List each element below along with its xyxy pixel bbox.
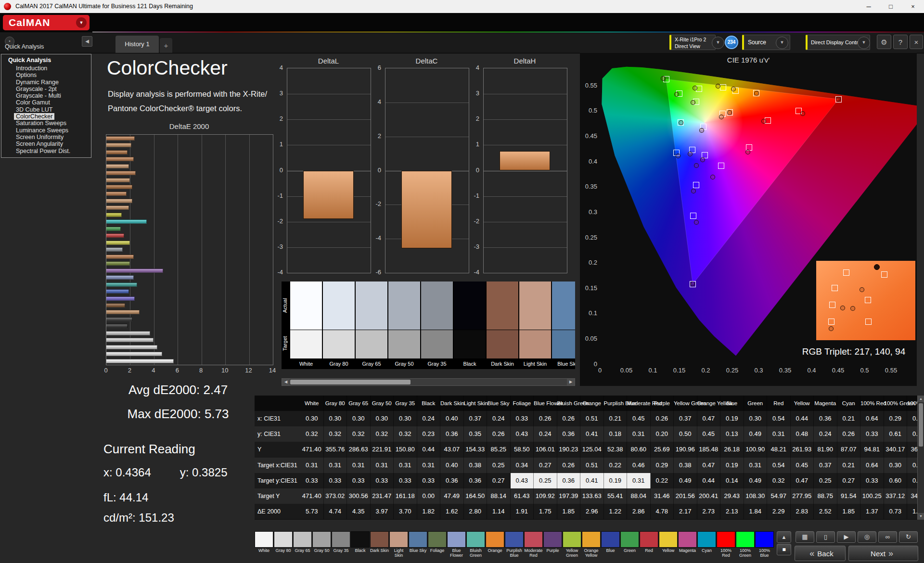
sidebar-item-luminance-sweeps[interactable]: Luminance Sweeps xyxy=(1,127,91,134)
delete-button[interactable]: ▯ xyxy=(816,531,835,543)
deltae-bar xyxy=(106,282,137,287)
swatch-target xyxy=(356,330,387,358)
cie-ytick-label: 0.3 xyxy=(581,208,597,216)
table-cell: 201.56 xyxy=(674,488,697,504)
table-scrollbar[interactable]: ▲ ▼ xyxy=(917,396,924,520)
table-cell: 161.18 xyxy=(394,488,417,504)
minimize-button[interactable]: ─ xyxy=(858,0,880,13)
patch-foliage[interactable]: Foliage xyxy=(428,531,447,561)
scroll-left-icon[interactable]: ◀ xyxy=(282,379,290,385)
table-scrollbar-thumb[interactable] xyxy=(919,403,923,447)
help-button[interactable]: ? xyxy=(893,35,908,49)
sidebar-item-saturation-sweeps[interactable]: Saturation Sweeps xyxy=(1,120,91,127)
reading-count-badge[interactable]: 234 xyxy=(725,36,738,49)
deltaH-gridline xyxy=(484,145,567,145)
settings-button[interactable]: ⚙ xyxy=(877,35,891,49)
sidebar-tree: IntroductionOptionsDynamic RangeGrayscal… xyxy=(1,65,91,154)
patch-dark-skin[interactable]: Dark Skin xyxy=(370,531,389,561)
patch-orange-yellow[interactable]: Orange Yellow xyxy=(582,531,601,561)
patch-yellow-green[interactable]: Yellow Green xyxy=(563,531,581,561)
deltae-bar-slot xyxy=(106,149,273,155)
sidebar-item-options[interactable]: Options xyxy=(1,72,91,78)
display-control-arrow-icon[interactable]: ▼ xyxy=(858,37,870,49)
patch-color xyxy=(332,531,350,548)
sidebar-item-dynamic-range[interactable]: Dynamic Range xyxy=(1,79,91,86)
meter-dropdown-arrow-icon[interactable]: ▼ xyxy=(712,37,724,49)
workspace-close-button[interactable]: × xyxy=(910,35,923,49)
patch-100-red[interactable]: 100% Red xyxy=(717,531,735,561)
table-cell: 0.32 xyxy=(300,426,324,442)
grid-view-button[interactable]: ▦ xyxy=(796,531,814,543)
patch-purple[interactable]: Purple xyxy=(543,531,562,561)
cie-inset-zoom xyxy=(816,261,915,340)
patch-blue[interactable]: Blue xyxy=(601,531,620,561)
sidebar-item-color-gamut[interactable]: Color Gamut xyxy=(1,99,91,106)
meter-dropdown[interactable]: X-Rite i1Pro 2 Direct View xyxy=(669,35,716,50)
sidebar-item-grayscale-multi[interactable]: Grayscale - Multi xyxy=(1,92,91,99)
patch-light-skin[interactable]: Light Skin xyxy=(389,531,408,561)
play-button[interactable]: ▶ xyxy=(837,531,856,543)
patch-gray-35[interactable]: Gray 35 xyxy=(332,531,350,561)
scroll-right-icon[interactable]: ▶ xyxy=(567,379,575,385)
strip-scrollbar-thumb[interactable] xyxy=(290,380,411,384)
record-button[interactable]: ◎ xyxy=(858,531,876,543)
sidebar-item-3d-cube-lut[interactable]: 3D Cube LUT xyxy=(1,106,91,113)
sidebar-item-grayscale-2pt[interactable]: Grayscale - 2pt xyxy=(1,86,91,92)
table-cell: 133.63 xyxy=(580,488,604,504)
patch-bluish-green[interactable]: Bluish Green xyxy=(466,531,485,561)
sidebar-item-screen-uniformity[interactable]: Screen Uniformity xyxy=(1,134,91,141)
patch-100-blue[interactable]: 100% Blue xyxy=(755,531,774,561)
calman-logo-menu[interactable]: CalMAN ▼ xyxy=(3,15,90,30)
panel-expand-button[interactable]: ▲ xyxy=(777,531,791,543)
table-cell: 0.19 xyxy=(720,458,744,473)
patch-white[interactable]: White xyxy=(255,531,273,561)
tab-history-1[interactable]: History 1 xyxy=(116,36,159,53)
patch-gray-50[interactable]: Gray 50 xyxy=(312,531,331,561)
deltaL-ytick-label: 1 xyxy=(266,141,283,148)
patch-green[interactable]: Green xyxy=(620,531,639,561)
patch-cyan[interactable]: Cyan xyxy=(697,531,716,561)
cie-measured-marker xyxy=(800,111,805,116)
patch-yellow[interactable]: Yellow xyxy=(659,531,678,561)
table-cell: 0.45 xyxy=(697,426,721,442)
table-cell: 0.14 xyxy=(720,473,744,488)
patch-magenta[interactable]: Magenta xyxy=(678,531,697,561)
table-cell: 0.26 xyxy=(557,458,581,473)
patch-color xyxy=(255,531,273,548)
table-cell: 154.33 xyxy=(464,442,488,457)
patch-black[interactable]: Black xyxy=(351,531,370,561)
sidebar-root-item[interactable]: Quick Analysis xyxy=(1,56,91,65)
patch-orange[interactable]: Orange xyxy=(486,531,504,561)
maximize-button[interactable]: □ xyxy=(880,0,902,13)
next-button[interactable]: Next» xyxy=(848,546,918,561)
tab-add-button[interactable]: + xyxy=(160,38,172,53)
sidebar-item-spectral-power-dist-[interactable]: Spectral Power Dist. xyxy=(1,148,91,154)
sidebar-collapse-button[interactable]: ◀ xyxy=(82,36,92,47)
table-cell: 0.26 xyxy=(837,426,861,442)
patch-moderate-red[interactable]: Moderate Red xyxy=(524,531,543,561)
link-button[interactable]: ∞ xyxy=(878,531,897,543)
patch-gray-80[interactable]: Gray 80 xyxy=(274,531,293,561)
stop-button[interactable]: ■ xyxy=(777,544,791,555)
sidebar-item-screen-angularity[interactable]: Screen Angularity xyxy=(1,141,91,147)
strip-scrollbar[interactable]: ◀ ▶ xyxy=(282,378,575,386)
source-dropdown-arrow-icon[interactable]: ▼ xyxy=(776,37,788,49)
deltaH-ytick-label: 2 xyxy=(462,115,479,122)
table-scroll-up-icon[interactable]: ▲ xyxy=(918,396,924,402)
patch-purplish-blue[interactable]: Purplish Blue xyxy=(505,531,524,561)
table-scroll-down-icon[interactable]: ▼ xyxy=(918,513,924,520)
inset-target-marker xyxy=(865,297,871,303)
patch-red[interactable]: Red xyxy=(640,531,658,561)
patch-blue-flower[interactable]: Blue Flower xyxy=(447,531,466,561)
table-cell: 0.33 xyxy=(417,473,441,488)
patch-100-green[interactable]: 100% Green xyxy=(736,531,755,561)
sidebar-item-introduction[interactable]: Introduction xyxy=(1,65,91,72)
sidebar-item-colorchecker[interactable]: ColorChecker xyxy=(14,113,54,120)
refresh-button[interactable]: ↻ xyxy=(899,531,918,543)
patch-gray-65[interactable]: Gray 65 xyxy=(293,531,312,561)
back-button[interactable]: «Back xyxy=(795,546,846,561)
table-cell: 0.33 xyxy=(347,473,371,488)
close-button[interactable]: × xyxy=(902,0,924,13)
patch-blue-sky[interactable]: Blue Sky xyxy=(409,531,427,561)
source-label: Source xyxy=(748,39,766,46)
